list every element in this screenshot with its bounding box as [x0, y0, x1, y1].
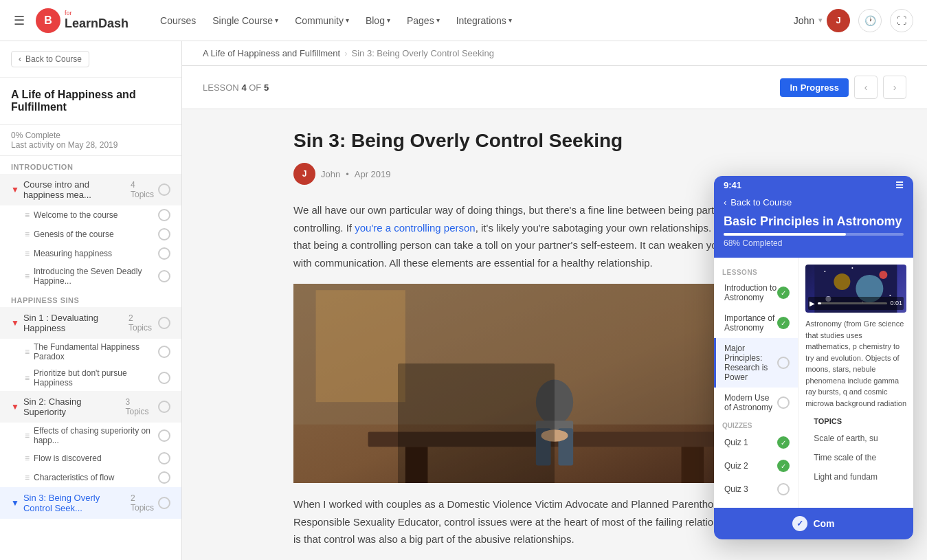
course-sidebar: ‹ Back to Course A Life of Happiness and… [0, 41, 182, 560]
sub-item-measuring[interactable]: ≡Measuring happiness [0, 244, 181, 263]
section-heading-sins: HAPPINESS SINS [0, 289, 181, 307]
mobile-topic-3[interactable]: Light and fundam [805, 467, 906, 486]
mobile-lesson-importance[interactable]: Importance of Astronomy ✓ [714, 308, 798, 338]
topic-check [158, 183, 170, 196]
logo-brand-text: LearnDash [65, 16, 129, 30]
lesson-circle-icon [777, 396, 790, 409]
back-to-course-button[interactable]: ‹ Back to Course [11, 51, 89, 67]
mobile-progress-bar-wrap [724, 233, 904, 236]
nav-community[interactable]: Community ▾ [288, 11, 356, 30]
quiz-check-icon: ✓ [777, 460, 790, 472]
expand-icon[interactable]: ⛶ [890, 9, 913, 32]
svg-rect-3 [316, 290, 405, 402]
sub-item-characteristics[interactable]: ≡Characteristics of flow [0, 468, 181, 487]
last-activity: Last activity on May 28, 2019 [11, 140, 170, 150]
lesson-total: 5 [264, 82, 269, 93]
quiz-check-icon: ✓ [777, 436, 790, 449]
quiz-label: Quiz 3 [724, 484, 748, 494]
mobile-topic-2[interactable]: Time scale of the [805, 448, 906, 467]
mobile-quiz2[interactable]: Quiz 2 ✓ [714, 454, 798, 478]
lesson-check-icon: ✓ [777, 287, 790, 299]
nav-single-course[interactable]: Single Course ▾ [205, 11, 285, 30]
logo[interactable]: B for LearnDash [36, 8, 129, 33]
mobile-course-overlay: 9:41 ☰ ‹ Back to Course Basic Principles… [714, 176, 913, 539]
breadcrumb-lesson: Sin 3: Being Overly Control Seeking [352, 48, 494, 58]
item-check [158, 471, 170, 484]
svg-point-7 [536, 380, 573, 425]
topic-check [158, 401, 170, 413]
logo-icon: B [36, 8, 60, 33]
progress-fill [818, 302, 821, 304]
mobile-back-label: Back to Course [730, 197, 792, 208]
item-check [158, 247, 170, 260]
controlling-person-link[interactable]: you're a controlling person [355, 222, 475, 234]
sub-label: Introducing the Seven Deadly Happine... [34, 267, 158, 286]
complete-check-icon: ✓ [792, 516, 807, 531]
nav-links: Courses Single Course ▾ Community ▾ Blog… [153, 11, 519, 30]
lines-icon: ≡ [25, 210, 30, 220]
topic-caret-icon: ▼ [11, 498, 19, 508]
breadcrumb-course[interactable]: A Life of Happiness and Fulfillment [203, 48, 340, 58]
topic-caret-icon: ▼ [11, 318, 19, 328]
mobile-lesson-intro[interactable]: Introduction to Astronomy ✓ [714, 278, 798, 308]
sub-item-welcome[interactable]: ≡Welcome to the course [0, 205, 181, 225]
topic-label: Sin 1 : Devaluating Happiness [23, 313, 124, 333]
sub-label: Measuring happiness [34, 249, 112, 258]
topic-count: 2 Topics [129, 313, 154, 333]
topic-sin3[interactable]: ▼ Sin 3: Being Overly Control Seek... 2 … [0, 487, 181, 519]
topic-caret-icon: ▼ [11, 185, 19, 194]
topic-sin1[interactable]: ▼ Sin 1 : Devaluating Happiness 2 Topics [0, 307, 181, 339]
course-thumbnail: ▶ 0:01 [805, 265, 906, 313]
hamburger-menu[interactable]: ☰ [14, 13, 25, 28]
nav-courses[interactable]: Courses [153, 11, 203, 30]
lesson-label: LESSON [203, 82, 239, 93]
next-lesson-button[interactable]: › [883, 76, 906, 99]
video-controls[interactable]: ▶ 0:01 [808, 297, 904, 310]
topic-count: 3 Topics [125, 397, 154, 416]
lesson-check-icon: ✓ [777, 317, 790, 329]
nav-pages[interactable]: Pages ▾ [400, 11, 447, 30]
breadcrumb: A Life of Happiness and Fulfillment › Si… [182, 41, 927, 66]
mobile-topics-label: TOPICS [805, 409, 906, 429]
sub-item-introducing[interactable]: ≡Introducing the Seven Deadly Happine... [0, 263, 181, 289]
item-check [158, 372, 170, 384]
mobile-lesson-modern[interactable]: Modern Use of Astronomy [714, 388, 798, 418]
sub-item-genesis[interactable]: ≡Genesis of the course [0, 225, 181, 244]
mobile-complete-button[interactable]: ✓ Com [714, 508, 913, 539]
mobile-topic-1[interactable]: Scale of earth, su [805, 429, 906, 448]
mobile-content: LESSONS Introduction to Astronomy ✓ Impo… [714, 258, 913, 508]
prev-lesson-button[interactable]: ‹ [854, 76, 878, 99]
topic-label: Sin 3: Being Overly Control Seek... [23, 493, 126, 513]
topic-sin2[interactable]: ▼ Sin 2: Chasing Superiority 3 Topics [0, 391, 181, 423]
topic-caret-icon: ▼ [11, 402, 19, 412]
mobile-menu-icon[interactable]: ☰ [895, 180, 904, 190]
mobile-quiz1[interactable]: Quiz 1 ✓ [714, 431, 798, 454]
sub-item-flow[interactable]: ≡Flow is discovered [0, 449, 181, 468]
progress-text: 0% Complete [11, 131, 170, 140]
mobile-lesson-major[interactable]: Major Principles: Research is Power [714, 338, 798, 388]
sub-label: Flow is discovered [34, 453, 102, 463]
sub-item-effects[interactable]: ≡Effects of chasing superiority on happ.… [0, 423, 181, 449]
clock-icon[interactable]: 🕐 [858, 9, 882, 32]
lines-icon: ≡ [25, 431, 30, 440]
sub-label: Welcome to the course [34, 210, 118, 220]
article-date: Apr 2019 [355, 169, 391, 179]
meta-dot: • [346, 169, 349, 179]
sub-item-prioritize[interactable]: ≡Prioritize but don't pursue Happiness [0, 365, 181, 391]
sub-item-fundamental[interactable]: ≡The Fundamental Happiness Paradox [0, 339, 181, 365]
svg-point-15 [880, 271, 888, 279]
lines-icon: ≡ [25, 453, 30, 463]
user-menu[interactable]: John ▾ J [794, 9, 850, 32]
nav-integrations[interactable]: Integrations ▾ [449, 11, 519, 30]
mobile-back-button[interactable]: ‹ Back to Course [714, 194, 913, 214]
sub-label: Prioritize but don't pursue Happiness [34, 368, 158, 388]
mobile-description-panel: ▶ 0:01 Astronomy (from Gre science that … [798, 258, 913, 508]
mobile-footer-label: Com [813, 518, 834, 529]
svg-rect-6 [682, 447, 704, 483]
mobile-lessons-panel: LESSONS Introduction to Astronomy ✓ Impo… [714, 258, 798, 508]
author-name: John [321, 169, 340, 179]
mobile-quiz3[interactable]: Quiz 3 [714, 478, 798, 501]
topic-course-intro[interactable]: ▼ Course intro and happiness mea... 4 To… [0, 174, 181, 205]
sidebar-course-title: A Life of Happiness and Fulfillment [0, 78, 181, 125]
nav-blog[interactable]: Blog ▾ [359, 11, 397, 30]
